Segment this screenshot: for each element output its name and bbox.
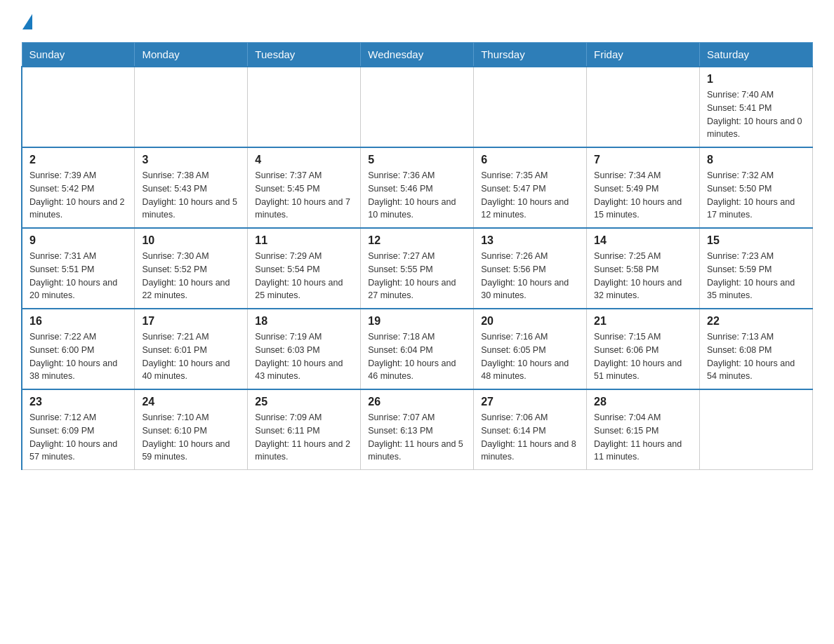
calendar-cell: 27Sunrise: 7:06 AMSunset: 6:14 PMDayligh…	[474, 389, 587, 470]
day-info: Sunrise: 7:23 AMSunset: 5:59 PMDaylight:…	[707, 250, 805, 302]
weekday-header-monday: Monday	[135, 43, 248, 67]
calendar-cell	[248, 67, 361, 147]
calendar-cell: 4Sunrise: 7:37 AMSunset: 5:45 PMDaylight…	[248, 147, 361, 228]
day-info: Sunrise: 7:15 AMSunset: 6:06 PMDaylight:…	[594, 330, 692, 383]
calendar-cell: 20Sunrise: 7:16 AMSunset: 6:05 PMDayligh…	[474, 309, 587, 389]
calendar-cell: 18Sunrise: 7:19 AMSunset: 6:03 PMDayligh…	[248, 309, 361, 389]
day-info: Sunrise: 7:06 AMSunset: 6:14 PMDaylight:…	[481, 411, 579, 464]
calendar-cell: 6Sunrise: 7:35 AMSunset: 5:47 PMDaylight…	[474, 147, 587, 228]
calendar-cell: 9Sunrise: 7:31 AMSunset: 5:51 PMDaylight…	[22, 228, 135, 309]
day-info: Sunrise: 7:30 AMSunset: 5:52 PMDaylight:…	[142, 250, 240, 302]
weekday-header-tuesday: Tuesday	[248, 43, 361, 67]
calendar-cell	[700, 389, 813, 470]
day-info: Sunrise: 7:26 AMSunset: 5:56 PMDaylight:…	[481, 250, 579, 302]
day-number: 18	[255, 315, 353, 328]
day-info: Sunrise: 7:31 AMSunset: 5:51 PMDaylight:…	[29, 250, 127, 302]
weekday-header-saturday: Saturday	[700, 43, 813, 67]
day-number: 16	[29, 315, 127, 328]
day-number: 2	[29, 154, 127, 166]
day-info: Sunrise: 7:36 AMSunset: 5:46 PMDaylight:…	[368, 169, 466, 222]
day-info: Sunrise: 7:21 AMSunset: 6:01 PMDaylight:…	[142, 330, 240, 383]
calendar-cell: 17Sunrise: 7:21 AMSunset: 6:01 PMDayligh…	[135, 309, 248, 389]
day-number: 17	[142, 315, 240, 328]
day-info: Sunrise: 7:32 AMSunset: 5:50 PMDaylight:…	[707, 169, 805, 222]
calendar-cell: 21Sunrise: 7:15 AMSunset: 6:06 PMDayligh…	[587, 309, 700, 389]
calendar-cell: 8Sunrise: 7:32 AMSunset: 5:50 PMDaylight…	[700, 147, 813, 228]
day-number: 20	[481, 315, 579, 328]
weekday-header-thursday: Thursday	[474, 43, 587, 67]
day-info: Sunrise: 7:22 AMSunset: 6:00 PMDaylight:…	[29, 330, 127, 383]
day-info: Sunrise: 7:04 AMSunset: 6:15 PMDaylight:…	[594, 411, 692, 464]
calendar-cell: 2Sunrise: 7:39 AMSunset: 5:42 PMDaylight…	[22, 147, 135, 228]
day-number: 3	[142, 154, 240, 166]
day-info: Sunrise: 7:12 AMSunset: 6:09 PMDaylight:…	[29, 411, 127, 464]
calendar-cell: 19Sunrise: 7:18 AMSunset: 6:04 PMDayligh…	[361, 309, 474, 389]
calendar-cell: 11Sunrise: 7:29 AMSunset: 5:54 PMDayligh…	[248, 228, 361, 309]
calendar-cell: 10Sunrise: 7:30 AMSunset: 5:52 PMDayligh…	[135, 228, 248, 309]
day-info: Sunrise: 7:18 AMSunset: 6:04 PMDaylight:…	[368, 330, 466, 383]
day-number: 28	[594, 396, 692, 408]
day-info: Sunrise: 7:10 AMSunset: 6:10 PMDaylight:…	[142, 411, 240, 464]
calendar-cell: 14Sunrise: 7:25 AMSunset: 5:58 PMDayligh…	[587, 228, 700, 309]
day-info: Sunrise: 7:29 AMSunset: 5:54 PMDaylight:…	[255, 250, 353, 302]
calendar-cell: 13Sunrise: 7:26 AMSunset: 5:56 PMDayligh…	[474, 228, 587, 309]
day-number: 8	[707, 154, 805, 166]
day-info: Sunrise: 7:38 AMSunset: 5:43 PMDaylight:…	[142, 169, 240, 222]
day-number: 22	[707, 315, 805, 328]
day-number: 27	[481, 396, 579, 408]
calendar-cell	[135, 67, 248, 147]
week-row-1: 1Sunrise: 7:40 AMSunset: 5:41 PMDaylight…	[22, 67, 813, 147]
weekday-header-row: SundayMondayTuesdayWednesdayThursdayFrid…	[22, 43, 813, 67]
day-number: 24	[142, 396, 240, 408]
day-info: Sunrise: 7:40 AMSunset: 5:41 PMDaylight:…	[707, 88, 805, 141]
week-row-3: 9Sunrise: 7:31 AMSunset: 5:51 PMDaylight…	[22, 228, 813, 309]
day-number: 21	[594, 315, 692, 328]
calendar-cell: 23Sunrise: 7:12 AMSunset: 6:09 PMDayligh…	[22, 389, 135, 470]
week-row-5: 23Sunrise: 7:12 AMSunset: 6:09 PMDayligh…	[22, 389, 813, 470]
calendar-cell: 5Sunrise: 7:36 AMSunset: 5:46 PMDaylight…	[361, 147, 474, 228]
calendar-cell	[361, 67, 474, 147]
day-number: 23	[29, 396, 127, 408]
week-row-2: 2Sunrise: 7:39 AMSunset: 5:42 PMDaylight…	[22, 147, 813, 228]
calendar-cell	[587, 67, 700, 147]
calendar-cell: 28Sunrise: 7:04 AMSunset: 6:15 PMDayligh…	[587, 389, 700, 470]
day-number: 26	[368, 396, 466, 408]
day-number: 9	[29, 234, 127, 247]
weekday-header-sunday: Sunday	[22, 43, 135, 67]
day-number: 25	[255, 396, 353, 408]
day-number: 1	[707, 73, 805, 86]
day-info: Sunrise: 7:27 AMSunset: 5:55 PMDaylight:…	[368, 250, 466, 302]
calendar-cell	[22, 67, 135, 147]
day-number: 7	[594, 154, 692, 166]
calendar-cell: 16Sunrise: 7:22 AMSunset: 6:00 PMDayligh…	[22, 309, 135, 389]
calendar-cell: 1Sunrise: 7:40 AMSunset: 5:41 PMDaylight…	[700, 67, 813, 147]
day-info: Sunrise: 7:07 AMSunset: 6:13 PMDaylight:…	[368, 411, 466, 464]
day-number: 12	[368, 234, 466, 247]
calendar-cell: 12Sunrise: 7:27 AMSunset: 5:55 PMDayligh…	[361, 228, 474, 309]
day-number: 11	[255, 234, 353, 247]
calendar-cell: 25Sunrise: 7:09 AMSunset: 6:11 PMDayligh…	[248, 389, 361, 470]
logo-triangle-icon	[22, 14, 32, 29]
day-number: 19	[368, 315, 466, 328]
calendar-cell: 22Sunrise: 7:13 AMSunset: 6:08 PMDayligh…	[700, 309, 813, 389]
day-info: Sunrise: 7:13 AMSunset: 6:08 PMDaylight:…	[707, 330, 805, 383]
day-number: 15	[707, 234, 805, 247]
day-number: 10	[142, 234, 240, 247]
day-info: Sunrise: 7:34 AMSunset: 5:49 PMDaylight:…	[594, 169, 692, 222]
weekday-header-friday: Friday	[587, 43, 700, 67]
day-info: Sunrise: 7:39 AMSunset: 5:42 PMDaylight:…	[29, 169, 127, 222]
calendar-cell: 7Sunrise: 7:34 AMSunset: 5:49 PMDaylight…	[587, 147, 700, 228]
page-header	[21, 14, 813, 28]
day-info: Sunrise: 7:19 AMSunset: 6:03 PMDaylight:…	[255, 330, 353, 383]
day-number: 5	[368, 154, 466, 166]
calendar-cell: 26Sunrise: 7:07 AMSunset: 6:13 PMDayligh…	[361, 389, 474, 470]
calendar-cell: 15Sunrise: 7:23 AMSunset: 5:59 PMDayligh…	[700, 228, 813, 309]
weekday-header-wednesday: Wednesday	[361, 43, 474, 67]
day-number: 13	[481, 234, 579, 247]
day-info: Sunrise: 7:16 AMSunset: 6:05 PMDaylight:…	[481, 330, 579, 383]
calendar-table: SundayMondayTuesdayWednesdayThursdayFrid…	[21, 42, 813, 470]
day-info: Sunrise: 7:35 AMSunset: 5:47 PMDaylight:…	[481, 169, 579, 222]
day-info: Sunrise: 7:25 AMSunset: 5:58 PMDaylight:…	[594, 250, 692, 302]
day-number: 6	[481, 154, 579, 166]
calendar-cell: 3Sunrise: 7:38 AMSunset: 5:43 PMDaylight…	[135, 147, 248, 228]
